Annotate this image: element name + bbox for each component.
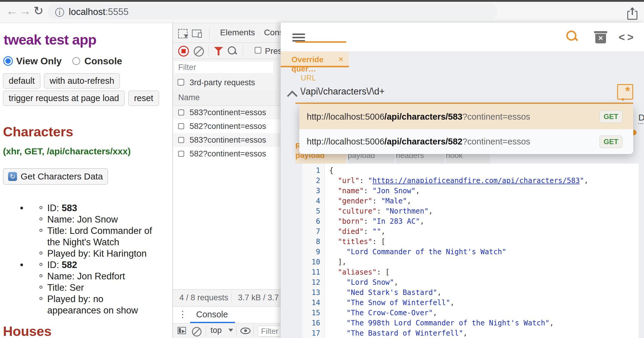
code-line[interactable]: "The Crow-Come-Over",	[329, 308, 639, 318]
code-line[interactable]: "titles": [	[329, 237, 639, 247]
clear-console-icon[interactable]	[192, 327, 202, 337]
get-characters-button[interactable]: ↻ Get Characters Data	[3, 168, 108, 185]
console-filter-input[interactable]: Filter	[258, 326, 281, 337]
code-line[interactable]: "aliases": [	[329, 267, 639, 277]
url-text: localhost:5555	[69, 7, 129, 17]
forward-icon[interactable]: →	[19, 5, 31, 17]
code-line[interactable]: "Ned Stark's Bastard",	[329, 287, 639, 298]
drawer-tab-console[interactable]: Console	[196, 310, 228, 319]
table-row[interactable]: 583?continent=essos	[173, 106, 281, 119]
url-suggestion-row[interactable]: http://localhost:5006/api/characters/583…	[299, 104, 633, 129]
third-party-label: 3rd-party requests	[190, 78, 255, 87]
line-number: 5	[302, 206, 324, 216]
radio-console-label: Console	[84, 56, 122, 67]
character-field: Title: Lord Commander of the Night's Wat…	[0, 225, 156, 248]
code-line[interactable]: "The 998th Lord Commander of the Night's…	[329, 318, 639, 328]
line-number: 13	[302, 287, 324, 298]
preserve-log-label: Preserve log	[265, 46, 281, 56]
kebab-menu-icon[interactable]: ⋮	[178, 309, 187, 319]
request-checkbox[interactable]	[178, 123, 184, 129]
record-icon[interactable]	[178, 46, 189, 57]
line-number: 1	[302, 165, 324, 176]
device-toolbar-icon[interactable]	[192, 30, 201, 37]
trigger-requests-button[interactable]: trigger requests at page load	[3, 91, 125, 106]
live-expression-eye-icon[interactable]	[240, 328, 251, 334]
browser-chrome: ← → ↻ ⓘ localhost:5555	[0, 0, 644, 23]
request-checkbox[interactable]	[178, 137, 184, 143]
network-filter-input[interactable]: Filter	[175, 62, 273, 73]
clear-icon[interactable]	[194, 46, 204, 57]
reset-button[interactable]: reset	[128, 91, 159, 106]
default-button[interactable]: default	[3, 73, 40, 89]
code-line[interactable]: "gender": "Male",	[329, 196, 639, 206]
tab-console[interactable]: Console	[264, 28, 281, 37]
character-field: Played by: Kit Harington	[0, 248, 156, 259]
code-line[interactable]: "Lord Snow",	[329, 277, 639, 287]
url-bar[interactable]: ⓘ localhost:5555	[48, 4, 498, 19]
tab-elements[interactable]: Elements	[220, 28, 255, 37]
request-checkbox[interactable]	[178, 151, 184, 157]
radio-console[interactable]	[72, 57, 80, 65]
inspect-element-icon[interactable]: ➤	[178, 29, 187, 38]
code-line[interactable]: "name": "Jon Snow",	[329, 186, 639, 196]
character-field: Name: Jon Snow	[0, 214, 156, 225]
regex-toggle-button[interactable]: . *	[617, 84, 633, 100]
show-sidebar-icon[interactable]: ▶	[178, 327, 186, 334]
close-icon[interactable]: ×	[338, 54, 344, 64]
line-number: 12	[302, 277, 324, 287]
code-view-icon[interactable]: <>	[619, 31, 636, 44]
delete-all-icon[interactable]: ×	[594, 30, 607, 44]
line-number: 4	[302, 196, 324, 206]
table-row[interactable]: 582?continent=essos	[173, 119, 281, 133]
search-icon[interactable]	[566, 31, 578, 42]
trigger-buttons: trigger requests at page load reset	[3, 91, 159, 106]
code-line[interactable]: "culture": "Northmen",	[329, 206, 639, 216]
page-title: tweak test app	[4, 31, 96, 48]
url-host: localhost	[69, 7, 105, 17]
reload-icon[interactable]: ↻	[33, 5, 44, 17]
share-icon[interactable]	[627, 7, 637, 19]
code-line[interactable]: "url": "https://anapioficeandfire.com/ap…	[329, 176, 639, 186]
code-line[interactable]: "died": "",	[329, 226, 639, 237]
url-pattern-input[interactable]: \/api\/characters\/\d+	[300, 86, 385, 97]
search-icon[interactable]	[228, 46, 236, 54]
override-tab-underline	[281, 66, 349, 67]
code-line[interactable]: "The Bastard of Winterfell",	[329, 328, 639, 338]
filter-funnel-icon[interactable]	[214, 47, 223, 55]
suggestion-url: http://localhost:5006/api/characters/582…	[307, 137, 530, 147]
field-value: Jon Snow	[77, 214, 118, 225]
info-icon[interactable]: ⓘ	[55, 6, 64, 19]
characters-subtitle: (xhr, GET, /api/characters/xxx)	[3, 146, 131, 156]
code-line[interactable]: "Lord Commander of the Night's Watch"	[329, 247, 639, 257]
back-icon[interactable]: ←	[6, 5, 18, 17]
clipped-field-label: D	[638, 112, 644, 124]
table-row[interactable]: 582?continent=essos	[173, 147, 281, 161]
regex-star: *	[625, 84, 630, 98]
code-line[interactable]: ],	[329, 257, 639, 267]
code-line[interactable]: {	[329, 165, 639, 176]
character-field: Played by: no appearances on show	[0, 293, 156, 316]
third-party-checkbox[interactable]	[178, 79, 184, 86]
collapse-chevron-icon[interactable]	[287, 91, 297, 101]
houses-heading: Houses	[3, 324, 52, 338]
console-toolbar: ▶ top Filter	[173, 323, 281, 338]
with-auto-refresh-button[interactable]: with auto-refresh	[44, 73, 120, 89]
url-suggestion-row[interactable]: http://localhost:5006/api/characters/582…	[299, 129, 633, 154]
preserve-log-checkbox[interactable]	[255, 47, 261, 54]
response-payload-editor[interactable]: 1234567891011121314151617 { "url": "http…	[302, 164, 639, 338]
editor-gutter: 1234567891011121314151617	[302, 164, 325, 338]
context-selector[interactable]: top	[210, 326, 222, 335]
table-row[interactable]: 583?continent=essos	[173, 133, 281, 147]
method-badge: GET	[599, 110, 622, 123]
code-line[interactable]: "born": "In 283 AC",	[329, 216, 639, 226]
name-column-header[interactable]: Name	[173, 90, 281, 106]
mode-radio-group: View Only Console	[4, 55, 133, 67]
code-line[interactable]: "The Snow of Winterfell",	[329, 298, 639, 308]
radio-view-only[interactable]	[4, 57, 12, 65]
chevron-down-icon	[228, 329, 233, 332]
request-checkbox[interactable]	[178, 109, 184, 115]
override-rule-tab[interactable]: Override quer… ×	[281, 51, 349, 67]
field-value: 583	[62, 203, 77, 213]
field-text: Played by:	[47, 294, 93, 304]
editor-code[interactable]: { "url": "https://anapioficeandfire.com/…	[325, 164, 639, 338]
